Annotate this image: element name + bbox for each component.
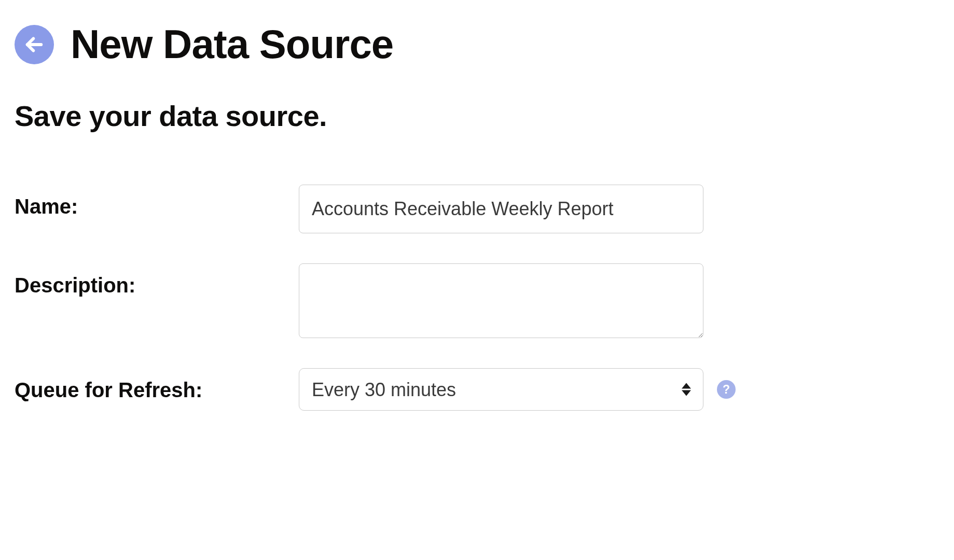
- form-row-name: Name:: [15, 185, 939, 233]
- question-mark-icon: ?: [723, 383, 730, 397]
- refresh-select[interactable]: Every 30 minutes: [299, 368, 703, 411]
- page-title: New Data Source: [71, 21, 393, 68]
- page-subtitle: Save your data source.: [15, 99, 939, 133]
- form-row-refresh: Queue for Refresh: Every 30 minutes ?: [15, 368, 939, 411]
- name-input[interactable]: [299, 185, 703, 233]
- refresh-select-container: Every 30 minutes ?: [299, 368, 736, 411]
- refresh-help-button[interactable]: ?: [717, 380, 736, 399]
- back-button[interactable]: [15, 25, 54, 64]
- header-row: New Data Source: [15, 21, 939, 68]
- description-label: Description:: [15, 263, 299, 297]
- form-row-description: Description:: [15, 263, 939, 338]
- refresh-label: Queue for Refresh:: [15, 368, 299, 402]
- refresh-select-wrapper: Every 30 minutes: [299, 368, 703, 411]
- description-input[interactable]: [299, 263, 703, 338]
- name-label: Name:: [15, 185, 299, 218]
- arrow-left-icon: [24, 34, 45, 55]
